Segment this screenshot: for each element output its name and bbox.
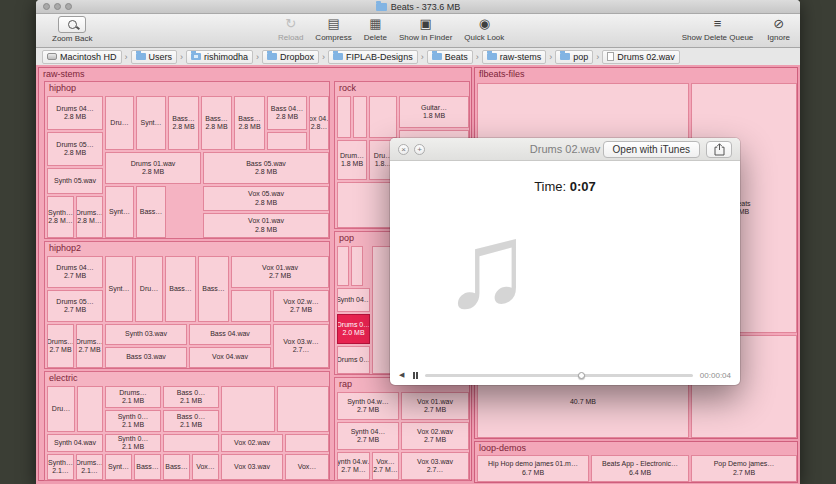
treemap-cell-drums[interactable]: Drums…2.7 MB [76,324,103,368]
treemap-cell-vox-01-wav[interactable]: Vox 01.wav2.7 MB [401,392,469,420]
treemap-cell-vox-03-wav[interactable]: Vox 03.wav [221,454,283,480]
treemap-cell-guitar[interactable]: Guitar…1.8 MB [399,96,469,128]
treemap-cell-synt[interactable]: Synt… [105,256,133,322]
quick-look-button[interactable]: ◉ Quick Look [464,16,504,42]
treemap-cell-synth-0[interactable]: Synth 0…2.1 MB [105,410,161,432]
minimize-window-button[interactable] [54,3,61,10]
treemap-cell[interactable] [369,96,397,138]
breadcrumb-item-macintosh-hd[interactable]: Macintosh HD [42,50,122,64]
delete-button[interactable]: ▦ Delete [364,16,387,42]
treemap-cell-drums[interactable]: Drums…2.8 M… [76,196,103,238]
treemap-cell-dru[interactable]: Dru… [47,386,75,432]
treemap-cell-synt[interactable]: Synt… [105,186,134,238]
treemap-cell-vox-01-wav[interactable]: Vox 01.wav2.7 MB [231,256,329,288]
show-in-finder-button[interactable]: ▣ Show in Finder [399,16,452,42]
treemap-section-hiphop[interactable]: hiphopDrums 04…2.8 MBDrums 05…2.8 MBSynt… [44,81,330,239]
treemap-cell[interactable] [353,96,367,138]
treemap-cell-synth-05-wav[interactable]: Synth 05.wav [47,168,103,194]
treemap-cell-bass[interactable]: Bass… [165,256,196,322]
treemap-cell-drums-05[interactable]: Drums 05…2.7 MB [47,290,103,322]
treemap-cell-bass[interactable]: Bass… [198,256,229,322]
treemap-cell-vox[interactable]: Vox… [285,454,329,480]
treemap-cell-drums-0[interactable]: Drums 0… [337,346,370,374]
breadcrumb-item-raw-stems[interactable]: raw-stems [482,50,547,64]
treemap-cell-vox-01-wav[interactable]: Vox 01.wav2.8 MB [203,213,329,238]
treemap-cell[interactable] [267,132,307,150]
treemap-cell[interactable] [337,96,351,138]
treemap-section-electric[interactable]: electricDru…Synth 04.wavSynth…2.1…Drums…… [44,371,330,481]
breadcrumb-item-rishimodha[interactable]: rishimodha [186,50,253,64]
treemap-cell-synth-03-wav[interactable]: Synth 03.wav [105,324,187,345]
treemap-section-hiphop2[interactable]: hiphop2Drums 04…2.7 MBDrums 05…2.7 MBDru… [44,241,330,369]
breadcrumb-item-drums-02-wav[interactable]: Drums 02.wav [602,50,680,64]
breadcrumb-item-beats[interactable]: Beats [427,50,473,64]
treemap-cell[interactable] [277,386,329,432]
treemap-cell-bass[interactable]: Bass… [136,186,166,238]
ignore-button[interactable]: ⊘ Ignore [767,16,790,42]
treemap-cell-bass[interactable]: Bass…2.8 MB [234,96,265,150]
treemap-cell[interactable] [231,290,271,322]
treemap-cell-vox-02-wav[interactable]: Vox 02.wav2.7 MB [401,422,469,450]
treemap-cell-drums[interactable]: Drums…2.1… [76,454,103,480]
treemap-cell-bass[interactable]: Bass… [163,454,190,480]
treemap-cell-vox-03-w[interactable]: Vox 03.w…2.7… [273,324,329,368]
treemap-cell-synth-0[interactable]: Synth 0…2.1 MB [105,434,161,452]
treemap-cell-vox[interactable]: Vox… [192,454,219,480]
treemap-cell-bass[interactable]: Bass… [134,454,161,480]
treemap-cell-bass[interactable]: Bass…2.8 MB [168,96,199,150]
treemap-cell-synt[interactable]: Synt… [105,454,132,480]
treemap-cell[interactable] [351,246,363,286]
treemap-cell-dru[interactable]: Dru… [135,256,163,322]
treemap-cell-drums-04[interactable]: Drums 04…2.8 MB [47,96,103,130]
progress-bar[interactable] [425,374,692,377]
treemap-cell-vox[interactable]: Vox…2.7 M… [372,452,399,480]
treemap-cell-synth-04[interactable]: Synth 04…2.7 MB [337,422,399,450]
treemap-cell-vox-04[interactable]: Vox 04…2.8… [309,96,329,150]
rewind-icon[interactable]: ◀ [399,371,404,379]
treemap-section-rap[interactable]: rapSynth 04.w…2.7 MBVox 01.wav2.7 MBSynt… [334,377,470,481]
open-with-itunes-button[interactable]: Open with iTunes [603,141,700,158]
treemap-cell-synt[interactable]: Synt… [136,96,166,150]
treemap-cell[interactable] [337,182,397,228]
treemap-cell-bass-04[interactable]: Bass 04…2.8 MB [267,96,307,130]
close-icon[interactable]: × [398,144,409,155]
zoom-back-button[interactable]: Zoom Back [52,16,92,43]
treemap-cell[interactable] [77,386,103,432]
treemap-cell-vox-05-wav[interactable]: Vox 05.wav2.8 MB [203,186,329,211]
treemap-section-loop-demos[interactable]: loop-demosHip Hop demo james 01.m…6.7 MB… [474,441,798,483]
treemap-cell-vox-02-w[interactable]: Vox 02.w…2.7 MB [273,290,329,322]
close-window-button[interactable] [43,3,50,10]
zoom-window-button[interactable] [65,3,72,10]
treemap-cell-drums-01-wav[interactable]: Drums 01.wav2.8 MB [105,152,201,184]
treemap-cell-bass-04-wav[interactable]: Bass 04.wav [189,324,271,345]
treemap-cell-drums-05[interactable]: Drums 05…2.8 MB [47,132,103,166]
treemap-cell-synth-04[interactable]: Synth 04… [337,288,370,312]
breadcrumb-item-dropbox[interactable]: Dropbox [262,50,319,64]
treemap-cell-bass-03-wav[interactable]: Bass 03.wav [105,347,187,368]
treemap-cell-pop-demo-james[interactable]: Pop Demo james…2.7 MB [691,455,797,482]
reload-button[interactable]: ↻ Reload [278,16,303,42]
treemap-cell[interactable] [163,434,219,452]
treemap-cell-drums[interactable]: Drums…2.7 MB [47,324,74,368]
treemap-cell[interactable] [285,434,329,452]
treemap-cell-vox-02-wav[interactable]: Vox 02.wav [221,434,283,452]
treemap-cell-synth-04-w[interactable]: Synth 04.w…2.7 M… [337,452,370,480]
treemap-cell-synth-04-wav[interactable]: Synth 04.wav [47,434,103,452]
treemap-cell-bass-0[interactable]: Bass 0…2.1 MB [163,410,219,432]
show-delete-queue-button[interactable]: ≡ Show Delete Queue [682,16,754,42]
treemap-cell-beats-app-electronic[interactable]: Beats App - Electronic…6.4 MB [591,455,689,482]
treemap-cell-bass-0[interactable]: Bass 0…2.1 MB [163,386,219,408]
treemap-cell-vox-04-wav[interactable]: Vox 04.wav [189,347,271,368]
treemap-cell-drums-04[interactable]: Drums 04…2.7 MB [47,256,103,288]
fullscreen-icon[interactable]: + [414,144,425,155]
treemap-cell-hip-hop-demo-james-01-m[interactable]: Hip Hop demo james 01.m…6.7 MB [477,455,589,482]
treemap-cell-vox-03-wav[interactable]: Vox 03.wav2.7… [401,452,469,480]
treemap-cell[interactable] [337,246,349,286]
treemap-cell-bass[interactable]: Bass…2.8 MB [201,96,232,150]
treemap-cell[interactable] [221,386,275,432]
progress-knob[interactable] [578,372,585,379]
treemap-cell-drums[interactable]: Drums…2.1 MB [105,386,161,408]
treemap-cell-drum[interactable]: Drum…1.8 MB [337,140,367,180]
breadcrumb-item-fiplab-designs[interactable]: FIPLAB-Designs [328,50,418,64]
treemap-cell-synth[interactable]: Synth…2.8 M… [47,196,74,238]
